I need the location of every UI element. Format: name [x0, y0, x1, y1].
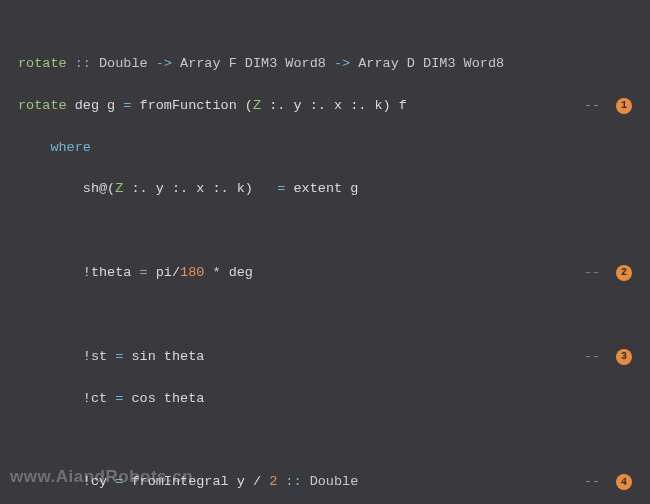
comment-dash: --: [584, 347, 608, 368]
comment-dash: --: [584, 96, 608, 117]
txt: pi/: [148, 265, 180, 280]
annotation-badge: 3: [616, 349, 632, 365]
comment-dash: --: [584, 263, 608, 284]
txt: sin theta: [123, 349, 204, 364]
type: Double: [99, 56, 148, 71]
txt: !st: [18, 349, 115, 364]
code-block: rotate :: Double -> Array F DIM3 Word8 -…: [0, 0, 650, 504]
code-line: !ct = cos theta: [18, 389, 632, 410]
txt: fromFunction (: [131, 98, 253, 113]
code-line: rotate :: Double -> Array F DIM3 Word8 -…: [18, 54, 632, 75]
type: Array F DIM3 Word8: [180, 56, 326, 71]
txt: !theta: [18, 265, 140, 280]
txt: deg g: [67, 98, 124, 113]
txt: :. y :. x :. k) f: [261, 98, 407, 113]
arrow: ->: [326, 56, 358, 71]
txt: !cy: [18, 474, 115, 489]
txt: sh@(: [18, 181, 115, 196]
txt: :. y :. x :. k): [123, 181, 277, 196]
kw-where: where: [50, 140, 91, 155]
blank-line: [18, 305, 632, 326]
txt: !ct: [18, 391, 115, 406]
code-line: where: [18, 138, 632, 159]
fn-name: rotate: [18, 98, 67, 113]
ctor: Z: [253, 98, 261, 113]
txt: extent g: [285, 181, 358, 196]
code-line: !cy = fromIntegral y / 2 :: Double-- 4: [18, 472, 632, 493]
eq: =: [140, 265, 148, 280]
code-line: !theta = pi/180 * deg-- 2: [18, 263, 632, 284]
arrow: ->: [148, 56, 180, 71]
txt: cos theta: [123, 391, 204, 406]
txt: * deg: [204, 265, 253, 280]
comment-dash: --: [584, 472, 608, 493]
txt: fromIntegral y /: [123, 474, 269, 489]
code-line: sh@(Z :. y :. x :. k) = extent g: [18, 179, 632, 200]
annotation-badge: 4: [616, 474, 632, 490]
indent: [18, 140, 50, 155]
type: Double: [310, 474, 359, 489]
dcolon: ::: [67, 56, 99, 71]
blank-line: [18, 430, 632, 451]
annotation-badge: 1: [616, 98, 632, 114]
dcolon: ::: [277, 474, 309, 489]
annotation-badge: 2: [616, 265, 632, 281]
code-line: !st = sin theta-- 3: [18, 347, 632, 368]
number: 180: [180, 265, 204, 280]
blank-line: [18, 221, 632, 242]
type: Array D DIM3 Word8: [358, 56, 504, 71]
fn-name: rotate: [18, 56, 67, 71]
code-line: rotate deg g = fromFunction (Z :. y :. x…: [18, 96, 632, 117]
